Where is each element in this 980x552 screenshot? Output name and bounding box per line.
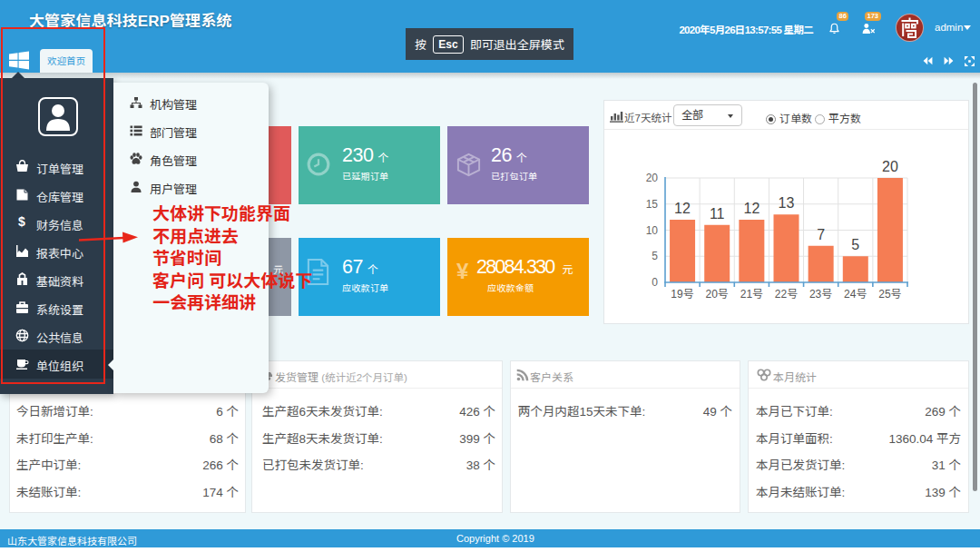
svg-text:20号: 20号 [706,288,729,301]
svg-text:22号: 22号 [775,288,798,301]
svg-text:10: 10 [646,224,659,237]
svg-text:15: 15 [646,198,659,211]
svg-text:7: 7 [817,227,825,242]
svg-text:5: 5 [652,250,658,262]
svg-text:13: 13 [779,195,795,211]
svg-text:12: 12 [674,201,691,216]
svg-text:21号: 21号 [740,288,763,301]
svg-text:12: 12 [744,201,760,216]
svg-text:23号: 23号 [809,288,832,301]
svg-text:5: 5 [851,237,859,252]
svg-text:11: 11 [710,206,725,222]
svg-text:25号: 25号 [878,288,901,301]
svg-text:20: 20 [646,172,659,184]
svg-text:0: 0 [652,276,658,289]
svg-text:20: 20 [882,159,898,174]
svg-text:19号: 19号 [671,288,693,301]
svg-text:24号: 24号 [844,288,867,301]
